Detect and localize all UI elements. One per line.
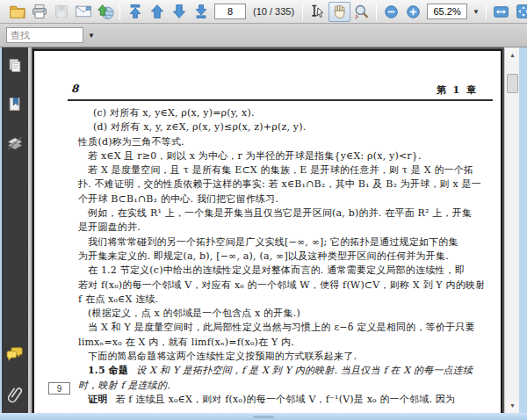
email-icon	[75, 4, 92, 18]
text-line: (d) 对所有 x, y, z∈X, ρ(x, y)≤ρ(x, z)+ρ(z, …	[78, 120, 484, 134]
scroll-up-arrow-icon: ▲	[509, 52, 516, 58]
margin-page-link[interactable]: 9	[48, 382, 70, 395]
fit-width-icon	[493, 4, 509, 19]
page-header-number: 8	[71, 83, 78, 95]
sidebar-layers-button[interactable]	[4, 132, 26, 155]
window-resize-grip[interactable]	[253, 416, 274, 418]
text-line: 为开集来定义的. 即规定(a, b), [−∞, a), (a, ∞]以及这种类…	[78, 250, 484, 264]
scroll-down-arrow-icon: ▼	[509, 402, 516, 409]
text-line: 在 1.2 节定义(c)中给出的连续性定义是对整体而言的. 通常需要定义局部的连…	[78, 264, 484, 278]
vertical-scrollbar[interactable]: ▲ ▼	[504, 47, 519, 413]
toolbar-separator	[376, 4, 377, 20]
page-body-text: (c) 对所有 x, y∈X, ρ(x, y)=ρ(y, x). (d) 对所有…	[78, 106, 484, 407]
sidebar-attachments-button[interactable]	[4, 383, 26, 406]
scroll-up-button[interactable]: ▲	[506, 48, 519, 62]
layers-panel-icon	[6, 134, 24, 152]
text-line: 是开圆盘的并.	[78, 221, 484, 235]
share-upload-icon	[97, 4, 114, 20]
text-line: 若 X 是度量空间，且 τ 是所有集 E⊂X 的集族，E 是开球的任意并，则 τ…	[78, 163, 484, 177]
proposition-label: 1.5 命题	[88, 365, 128, 376]
fit-page-icon	[516, 4, 527, 19]
select-text-tool-button[interactable]	[307, 2, 328, 22]
select-text-icon	[309, 4, 326, 19]
proof-text: 若 f 连续且 x₀∈X，则对 f(x₀)的每一个邻域 V，f⁻¹(V)是 x₀…	[115, 394, 455, 405]
zoom-marquee-tool-button[interactable]	[350, 2, 372, 22]
proof-label: 证明	[88, 394, 107, 405]
find-dropdown-arrow[interactable]: ▼	[83, 30, 99, 41]
text-line: 下面的简易命题将这两个连续性定义按预期的方式联系起来了.	[78, 350, 484, 364]
pdf-viewer-window: (10 / 335) ▼	[0, 0, 527, 420]
previous-page-button[interactable]	[146, 2, 168, 22]
sidebar-bookmarks-button[interactable]	[4, 93, 26, 116]
scrollbar-thumb[interactable]	[507, 74, 518, 93]
zoom-marquee-icon	[353, 4, 370, 20]
attachments-paperclip-icon	[6, 385, 24, 404]
first-page-button[interactable]	[124, 2, 146, 22]
zoom-dropdown-arrow[interactable]: ▼	[470, 8, 482, 16]
zoom-out-icon	[384, 4, 399, 19]
page-count-indicator: (10 / 335)	[253, 6, 294, 17]
text-line: 当 X 和 Y 是度量空间时，此局部性定义当然与习惯上的 ε−δ 定义是相同的，…	[78, 321, 484, 335]
zoom-in-icon	[406, 4, 421, 19]
scroll-down-button[interactable]: ▼	[506, 399, 519, 412]
text-line: 个开球 B⊂B₁∩B₂ 的中心. 我们把它留作练习.	[78, 192, 484, 206]
window-frame-right	[519, 47, 527, 413]
hand-tool-button[interactable]	[328, 2, 350, 22]
email-button[interactable]	[72, 2, 94, 22]
proof-line: 证明若 f 连续且 x₀∈X，则对 f(x₀)的每一个邻域 V，f⁻¹(V)是 …	[78, 393, 484, 407]
next-page-icon	[171, 4, 187, 19]
navigation-sidebar	[2, 47, 28, 413]
page-number-input[interactable]	[214, 4, 246, 19]
zoom-level-input[interactable]	[427, 4, 467, 19]
proposition-line: 1.5 命题设 X 和 Y 是拓扑空间，f 是 X 到 Y 内的映射. 当且仅当…	[78, 364, 484, 378]
pages-panel-icon	[6, 57, 24, 75]
document-page: 8 第 1 章 9 (c) 对所有 x, y∈X, ρ(x, y)=ρ(y, x…	[32, 49, 502, 413]
share-upload-button[interactable]	[94, 2, 116, 22]
next-page-button[interactable]	[168, 2, 190, 22]
last-page-icon	[193, 4, 209, 19]
first-page-icon	[127, 4, 143, 19]
open-file-button[interactable]	[6, 2, 28, 22]
sidebar-pages-button[interactable]	[4, 54, 26, 77]
text-line: 若 x∈X 且 r≥0，则以 x 为中心，r 为半径的开球是指集{y∈X: ρ(…	[78, 149, 484, 163]
comments-panel-icon	[6, 346, 24, 362]
text-line: 扑. 不难证明，交的性质依赖于这样的事实: 若 x∈B₁∩B₂，其中 B₁ 及 …	[78, 177, 484, 192]
zoom-out-button[interactable]	[380, 2, 402, 22]
toolbar-separator	[119, 4, 120, 20]
text-line: 性质(d)称为三角不等式.	[78, 135, 484, 149]
previous-page-icon	[149, 4, 165, 19]
text-line: 例如，在实线 R¹ 上，一个集是开集当且仅当它是开区间(a, b)的并. 在平面…	[78, 206, 484, 221]
toolbar-separator	[486, 4, 487, 20]
print-icon	[31, 4, 48, 20]
text-line: 若对 f(x₀)的每一个邻域 V，对应有 x₀ 的一个邻域 W，使得 f(W)⊂…	[78, 279, 484, 293]
save-button[interactable]	[50, 2, 72, 22]
bookmarks-panel-icon	[6, 96, 24, 113]
hand-tool-icon	[331, 4, 348, 20]
text-line: limxₙ=x₀ 在 X 内，就有 limf(xₙ)=f(x₀)在 Y 内.	[78, 336, 484, 350]
print-button[interactable]	[28, 2, 50, 22]
main-area: 8 第 1 章 9 (c) 对所有 x, y∈X, ρ(x, y)=ρ(y, x…	[0, 47, 527, 413]
find-bar: ▼	[0, 24, 527, 47]
text-line: (根据定义，点 x 的邻域是一个包含点 x 的开集.)	[78, 307, 484, 321]
main-toolbar: (10 / 335) ▼	[0, 0, 527, 24]
proposition-line: 时，映射 f 是连续的.	[78, 379, 484, 393]
text-line: f 在点 x₀∈X 连续.	[78, 293, 484, 307]
open-folder-icon	[9, 4, 26, 19]
page-header-chapter: 第 1 章	[437, 83, 478, 97]
zoom-in-button[interactable]	[402, 2, 424, 22]
toolbar-separator	[302, 4, 303, 20]
proposition-text: 设 X 和 Y 是拓扑空间，f 是 X 到 Y 内的映射. 当且仅当 f 在 X…	[136, 365, 473, 376]
find-input[interactable]	[6, 27, 83, 43]
document-viewport[interactable]: 8 第 1 章 9 (c) 对所有 x, y∈X, ρ(x, y)=ρ(y, x…	[32, 47, 504, 413]
fit-page-button[interactable]	[512, 2, 527, 22]
save-icon	[54, 4, 69, 19]
text-line: (c) 对所有 x, y∈X, ρ(x, y)=ρ(y, x).	[78, 106, 484, 120]
text-line: 我们将常常碰到的另一个拓扑空间是广义实线[−∞, ∞]; 它的拓扑是通过规定如下…	[78, 235, 484, 250]
fit-width-button[interactable]	[490, 2, 512, 22]
sidebar-comments-button[interactable]	[4, 343, 26, 366]
last-page-button[interactable]	[190, 2, 212, 22]
page-header-rule	[68, 99, 493, 101]
